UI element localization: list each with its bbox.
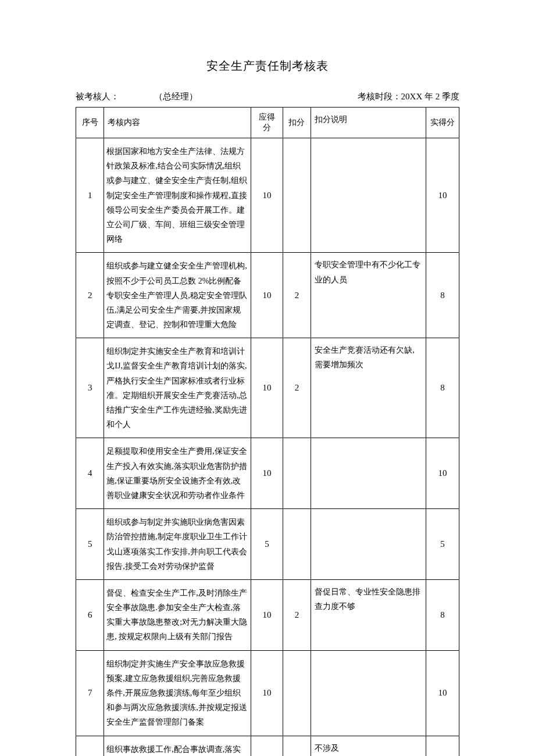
- cell-seq: 2: [76, 253, 104, 338]
- cell-explain: [311, 138, 426, 253]
- cell-content: 根据国家和地方安全生产法律、法规方针政策及标准,结合公司实际情况,组织或参与建立…: [104, 138, 251, 253]
- cell-deduct: [283, 509, 311, 580]
- cell-score: 10: [251, 579, 283, 650]
- cell-actual: 10: [426, 650, 459, 736]
- page-title: 安全生产责任制考核表: [76, 58, 459, 74]
- cell-content: 组织制定并实施安全生产教育和培训计戈IJ,监督安全生产教育培训计划的落实,严格执…: [104, 338, 251, 438]
- period-value: 20XX 年 2 季度: [401, 92, 459, 101]
- cell-deduct: [283, 138, 311, 253]
- table-row: 7组织制定并实施生产安全事故应急救援预案,建立应急救援组织,完善应急救援条件,开…: [76, 650, 459, 736]
- cell-seq: 4: [76, 438, 104, 509]
- cell-seq: 7: [76, 650, 104, 736]
- cell-actual: 8: [426, 253, 459, 338]
- cell-explain: [311, 438, 426, 509]
- cell-actual: 10: [426, 438, 459, 509]
- cell-content: 组织制定并实施生产安全事故应急救援预案,建立应急救援组织,完善应急救援条件,开展…: [104, 650, 251, 736]
- cell-deduct: 2: [283, 253, 311, 338]
- col-header-actual: 实得分: [426, 108, 459, 138]
- cell-content: 组织或参与制定并实施职业病危害因素防治管控措施,制定年度职业卫生工作计戈山逐项落…: [104, 509, 251, 580]
- cell-actual: 5: [426, 736, 459, 756]
- cell-actual: 10: [426, 138, 459, 253]
- cell-explain: 安全生产竞赛活动还有欠缺,需要增加频次: [311, 338, 426, 438]
- table-row: 3组织制定并实施安全生产教育和培训计戈IJ,监督安全生产教育培训计划的落实,严格…: [76, 338, 459, 438]
- cell-content: 组织事故救援工作,配合事故调查,落实生产安全事故处理工作,不得在事故调查处理期间…: [104, 736, 251, 756]
- cell-explain: [311, 650, 426, 736]
- assessee-label: 被考核人：: [76, 91, 119, 102]
- cell-score: 5: [251, 509, 283, 580]
- cell-content: 督促、检查安全生产工作,及时消除生产安全事故隐患.参加安全生产大检查,落实重大事…: [104, 579, 251, 650]
- cell-seq: 5: [76, 509, 104, 580]
- assessee-role: （总经理）: [154, 91, 198, 102]
- table-row: 5组织或参与制定并实施职业病危害因素防治管控措施,制定年度职业卫生工作计戈山逐项…: [76, 509, 459, 580]
- cell-deduct: 2: [283, 579, 311, 650]
- cell-deduct: [283, 736, 311, 756]
- cell-explain: 督促日常、专业性安全隐患排查力度不够: [311, 579, 426, 650]
- col-header-deduct: 扣分: [283, 108, 311, 138]
- cell-score: 10: [251, 650, 283, 736]
- cell-deduct: [283, 650, 311, 736]
- cell-explain: [311, 509, 426, 580]
- cell-explain: 不涉及: [311, 736, 426, 756]
- cell-seq: 6: [76, 579, 104, 650]
- table-row: 1根据国家和地方安全生产法律、法规方针政策及标准,结合公司实际情况,组织或参与建…: [76, 138, 459, 253]
- cell-score: 5: [251, 736, 283, 756]
- table-row: 2组织或参与建立健全安全生产管理机构,按照不少于公司员工总数 2%比例配备专职安…: [76, 253, 459, 338]
- cell-seq: 1: [76, 138, 104, 253]
- cell-deduct: 2: [283, 338, 311, 438]
- cell-actual: 5: [426, 509, 459, 580]
- cell-seq: 3: [76, 338, 104, 438]
- assessment-table: 序号 考核内容 应得分 扣分 扣分说明 实得分 1根据国家和地方安全生产法律、法…: [76, 107, 459, 756]
- cell-actual: 8: [426, 579, 459, 650]
- cell-seq: 8: [76, 736, 104, 756]
- cell-deduct: [283, 438, 311, 509]
- table-header-row: 序号 考核内容 应得分 扣分 扣分说明 实得分: [76, 108, 459, 138]
- col-header-explain: 扣分说明: [311, 108, 426, 138]
- table-row: 6督促、检查安全生产工作,及时消除生产安全事故隐患.参加安全生产大检查,落实重大…: [76, 579, 459, 650]
- header-row: 被考核人： （总经理） 考核时段：20XX 年 2 季度: [76, 91, 459, 102]
- col-header-score: 应得分: [251, 108, 283, 138]
- cell-actual: 8: [426, 338, 459, 438]
- table-row: 4足额提取和使用安全生产费用,保证安全生产投入有效实施,落实职业危害防护措施,保…: [76, 438, 459, 509]
- cell-score: 10: [251, 438, 283, 509]
- cell-content: 足额提取和使用安全生产费用,保证安全生产投入有效实施,落实职业危害防护措施,保证…: [104, 438, 251, 509]
- cell-score: 10: [251, 138, 283, 253]
- cell-score: 10: [251, 338, 283, 438]
- cell-content: 组织或参与建立健全安全生产管理机构,按照不少于公司员工总数 2%比例配备专职安全…: [104, 253, 251, 338]
- col-header-seq: 序号: [76, 108, 104, 138]
- cell-explain: 专职安全管理中有不少化工专业的人员: [311, 253, 426, 338]
- cell-score: 10: [251, 253, 283, 338]
- period-label: 考核时段：: [358, 92, 401, 101]
- table-row: 8组织事故救援工作,配合事故调查,落实生产安全事故处理工作,不得在事故调查处理期…: [76, 736, 459, 756]
- col-header-content: 考核内容: [104, 108, 251, 138]
